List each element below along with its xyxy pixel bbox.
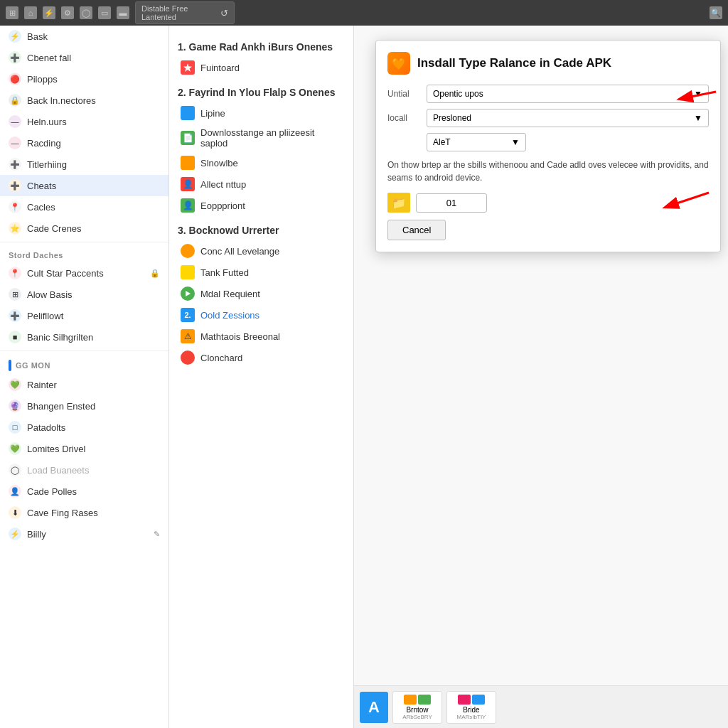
list-item-clonchard[interactable]: Clonchard bbox=[178, 347, 345, 368]
sidebar-item-pilopps[interactable]: 🔴 Pilopps bbox=[0, 68, 168, 90]
sidebar-item-cheats[interactable]: ➕ Cheats bbox=[0, 175, 168, 196]
person-icon: 👤 bbox=[9, 485, 21, 498]
circle3-icon: ◯ bbox=[9, 464, 21, 476]
list-item-eopppriont[interactable]: 👤 Eopppriont bbox=[178, 195, 345, 216]
lock-icon: 🔒 bbox=[9, 94, 21, 107]
list-item-oold-zessions[interactable]: 2. Oold Zessions bbox=[178, 304, 345, 326]
sidebar-item-heln[interactable]: — Heln.uurs bbox=[0, 111, 168, 132]
sidebar-item-pelifllowt[interactable]: ➕ Pelifllowt bbox=[0, 305, 168, 326]
number-input[interactable] bbox=[416, 193, 487, 213]
list-item-mathtaois[interactable]: ⚠ Mathtaois Breeonal bbox=[178, 326, 345, 347]
list-item-downlosstange[interactable]: 📄 Downlosstange an pliizeesit saplod bbox=[178, 124, 345, 152]
sidebar-item-bhangen[interactable]: 🔮 Bhangen Ensted bbox=[0, 395, 168, 417]
square2-icon: □ bbox=[9, 421, 21, 434]
blue-square-icon bbox=[181, 106, 195, 120]
tab-brntow-icons bbox=[404, 695, 431, 705]
file-icon: 📁 bbox=[387, 193, 410, 213]
dropdown-alet[interactable]: AleT ▼ bbox=[427, 133, 526, 151]
person-red-icon: 👤 bbox=[181, 177, 195, 191]
list-panel: 1. Game Rad Ankh iBurs Onenes Fuintoard … bbox=[169, 26, 354, 728]
sidebar-item-cave-fing[interactable]: ⬇ Cave Fing Rases bbox=[0, 502, 168, 523]
sidebar-item-racding[interactable]: — Racding bbox=[0, 132, 168, 154]
lightning2-icon: ⚡ bbox=[9, 528, 21, 540]
sidebar-item-load[interactable]: ◯ Load Buaneets bbox=[0, 459, 168, 481]
section-gg-label: GG MON bbox=[0, 354, 168, 374]
tab-icon-orange bbox=[404, 695, 417, 705]
rect2-icon[interactable]: ▬ bbox=[117, 6, 129, 19]
tab-a[interactable]: A bbox=[360, 692, 388, 723]
yellow-square-icon bbox=[181, 265, 195, 279]
list-item-slnowlbe[interactable]: Slnowlbe bbox=[178, 152, 345, 173]
tab-icon-blue bbox=[472, 695, 485, 705]
circle-icon[interactable]: ◯ bbox=[80, 6, 92, 19]
plus2-icon: ➕ bbox=[9, 158, 21, 171]
search-icon[interactable]: 🔍 bbox=[710, 6, 722, 19]
nav-icon[interactable]: ⚡ bbox=[43, 6, 55, 19]
right-panel: 🧡 Insdall Type Ralance in Cade APK Untia… bbox=[354, 26, 728, 728]
search-bar[interactable]: Distable Free Lantented ↺ bbox=[135, 1, 235, 24]
sidebar-item-cade-polles[interactable]: 👤 Cade Polles bbox=[0, 481, 168, 502]
circle2-icon: 🔮 bbox=[9, 400, 21, 412]
chevron-down3-icon: ▼ bbox=[511, 137, 520, 147]
list-item-allect[interactable]: 👤 Allect nttup bbox=[178, 173, 345, 195]
sidebar-item-biilly[interactable]: ⚡ Biilly ✎ bbox=[0, 523, 168, 545]
list-item-mdal[interactable]: Mdal Requient bbox=[178, 283, 345, 304]
sidebar-item-titlerhiing[interactable]: ➕ Titlerhiing bbox=[0, 154, 168, 175]
biilly-badge: ✎ bbox=[154, 530, 160, 539]
dialog-iocall-row: Iocall Presloned ▼ bbox=[387, 109, 709, 127]
pin2-icon: 📍 bbox=[9, 267, 21, 279]
plus3-icon: ➕ bbox=[9, 179, 21, 192]
settings-icon[interactable]: ⚙ bbox=[61, 6, 74, 19]
sidebar-item-bask[interactable]: ⚡ Bask bbox=[0, 26, 168, 47]
sidebar-item-cade-crenes[interactable]: ⭐ Cade Crenes bbox=[0, 218, 168, 239]
sidebar-item-back[interactable]: 🔒 Back In.nectores bbox=[0, 90, 168, 111]
red-circle-icon bbox=[181, 350, 195, 365]
section1-number: 1. Game Rad Ankh iBurs Onenes bbox=[178, 41, 345, 53]
main-layout: ⚡ Bask ➕ Cbenet fall 🔴 Pilopps 🔒 Back In… bbox=[0, 26, 728, 728]
sidebar-item-rainter[interactable]: 💚 Rainter bbox=[0, 374, 168, 395]
tab-bride-icons bbox=[458, 695, 485, 705]
plus-icon: ➕ bbox=[9, 51, 21, 64]
dialog-app-icon: 🧡 bbox=[387, 52, 410, 75]
home-icon[interactable]: ⌂ bbox=[24, 6, 37, 19]
svg-line-3 bbox=[666, 193, 709, 207]
sidebar-item-cbenet[interactable]: ➕ Cbenet fall bbox=[0, 47, 168, 68]
list-item-conc-all[interactable]: Conc All Levelange bbox=[178, 240, 345, 262]
sidebar-item-cacles[interactable]: 📍 Cacles bbox=[0, 196, 168, 218]
diamond-icon: 💚 bbox=[9, 442, 21, 455]
green-doc-icon: 📄 bbox=[181, 131, 195, 145]
content-panels: 1. Game Rad Ankh iBurs Onenes Fuintoard … bbox=[169, 26, 728, 728]
lightning-icon: ⚡ bbox=[9, 30, 21, 43]
sidebar-item-banic[interactable]: ■ Banic Silhgrilten bbox=[0, 326, 168, 348]
sidebar-item-lomites[interactable]: 💚 Lomites Drivel bbox=[0, 438, 168, 459]
svg-line-2 bbox=[680, 92, 716, 99]
person-orange-icon: ⚠ bbox=[181, 329, 195, 343]
tab-bride[interactable]: Bride MARsIbTIY bbox=[446, 691, 496, 724]
divider1 bbox=[0, 242, 168, 242]
svg-marker-1 bbox=[186, 291, 191, 296]
refresh-icon[interactable]: ↺ bbox=[220, 8, 228, 18]
search-text: Distable Free Lantented bbox=[141, 4, 220, 21]
rect-icon[interactable]: ▭ bbox=[98, 6, 111, 19]
grid-icon[interactable]: ⊞ bbox=[6, 6, 18, 19]
dialog-title: Insdall Type Ralance in Cade APK bbox=[417, 56, 611, 70]
toolbar: ⊞ ⌂ ⚡ ⚙ ◯ ▭ ▬ Distable Free Lantented ↺ … bbox=[0, 0, 728, 26]
list-item-tank[interactable]: Tank Futted bbox=[178, 262, 345, 283]
square-icon: ■ bbox=[9, 331, 21, 343]
dash-icon: — bbox=[9, 115, 21, 128]
install-dialog: 🧡 Insdall Type Ralance in Cade APK Untia… bbox=[375, 40, 721, 252]
sidebar-item-alow[interactable]: ⊞ Alow Basis bbox=[0, 284, 168, 305]
tab-brntow[interactable]: Brntow ARbSeBRY bbox=[392, 691, 442, 724]
sidebar-item-cult-star[interactable]: 📍 Cult Star Paccents 🔒 bbox=[0, 262, 168, 284]
tab-icon-pink bbox=[458, 695, 471, 705]
dropdowns-container: Untial Opentic upos ▼ bbox=[387, 85, 709, 151]
sidebar-item-patadolts[interactable]: □ Patadolts bbox=[0, 417, 168, 438]
list-item-fuintoard[interactable]: Fuintoard bbox=[178, 57, 345, 78]
section3-number: 3. Bocknowd Urrerter bbox=[178, 225, 345, 236]
list-item-lipine[interactable]: Lipine bbox=[178, 102, 345, 124]
red-arrow-1 bbox=[666, 85, 723, 115]
section2-number: 2. Fayrind In Ylou Flalp S Onenes bbox=[178, 87, 345, 98]
orange-circle-icon bbox=[181, 244, 195, 258]
cancel-button[interactable]: Cancel bbox=[387, 220, 446, 240]
person-green-icon: 👤 bbox=[181, 198, 195, 213]
